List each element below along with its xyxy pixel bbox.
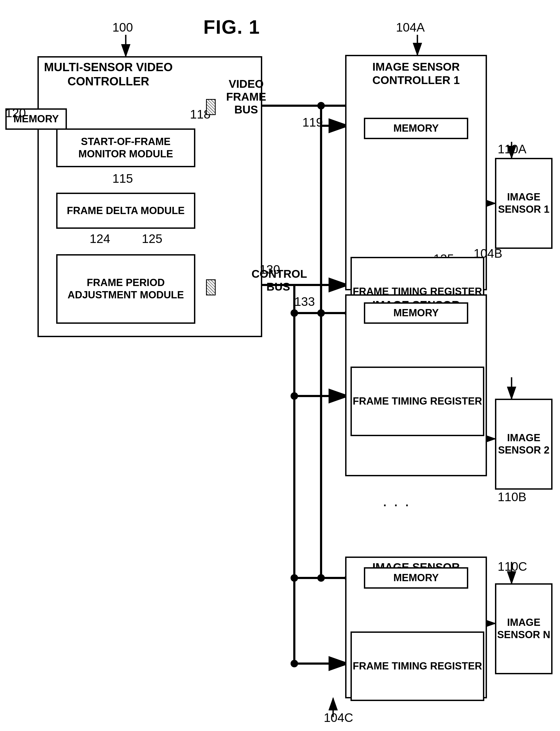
- ref-120: 120: [5, 106, 26, 120]
- svg-point-26: [291, 574, 298, 582]
- start-of-frame-module-box: START-OF-FRAME MONITOR MODULE: [56, 128, 195, 167]
- svg-point-15: [317, 102, 325, 109]
- iscN-frame-timing-box: FRAME TIMING REGISTER: [351, 631, 484, 701]
- isc1-memory-box: MEMORY: [364, 118, 468, 139]
- svg-point-36: [317, 309, 325, 317]
- ref-124: 124: [90, 231, 110, 246]
- ref-110B: 110B: [498, 490, 526, 504]
- svg-point-23: [291, 309, 298, 317]
- ref-133: 133: [294, 294, 315, 309]
- isc2-memory-box: MEMORY: [364, 302, 468, 324]
- hatch-right-118: [206, 99, 216, 115]
- ref-104C: 104C: [324, 710, 353, 725]
- multi-sensor-label: MULTI-SENSOR VIDEO CONTROLLER: [41, 60, 175, 89]
- svg-point-29: [291, 660, 298, 667]
- frame-delta-module-box: FRAME DELTA MODULE: [56, 193, 195, 229]
- isc1-outer-box: [345, 55, 487, 290]
- image-sensor-1-box: IMAGE SENSOR 1: [495, 158, 553, 249]
- ref-119: 119: [302, 115, 323, 130]
- video-frame-bus-label: VIDEO FRAME BUS: [219, 78, 273, 116]
- figure-title: FIG. 1: [203, 16, 260, 38]
- ellipsis: · · ·: [383, 495, 410, 513]
- ref-115: 115: [112, 171, 133, 186]
- ref-125: 125: [142, 231, 162, 246]
- isc1-label: IMAGE SENSOR CONTROLLER 1: [346, 60, 486, 87]
- ref-104A: 104A: [396, 20, 425, 35]
- diagram: FIG. 1 100 104A MULTI-SENSOR VIDEO CONTR…: [0, 0, 560, 731]
- hatch-right-125: [206, 279, 216, 295]
- image-sensor-2-box: IMAGE SENSOR 2: [495, 399, 553, 490]
- ref-104B: 104B: [474, 246, 502, 261]
- ref-110A: 110A: [498, 142, 526, 156]
- frame-period-adj-module-box: FRAME PERIOD ADJUSTMENT MODULE: [56, 254, 195, 324]
- ref-100: 100: [112, 20, 133, 35]
- ref-110C: 110C: [498, 559, 527, 574]
- iscN-memory-box: MEMORY: [364, 567, 468, 589]
- isc2-frame-timing-box: FRAME TIMING REGISTER: [351, 367, 484, 436]
- ref-130: 130: [260, 262, 280, 277]
- svg-point-38: [317, 574, 325, 582]
- svg-point-21: [291, 392, 298, 400]
- image-sensor-N-box: IMAGE SENSOR N: [495, 583, 553, 674]
